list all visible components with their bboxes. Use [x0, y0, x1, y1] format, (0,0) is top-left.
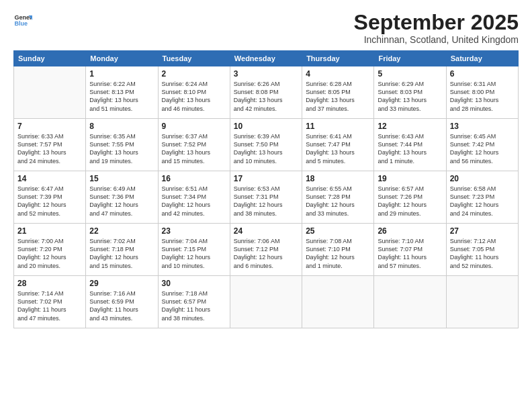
calendar-week-row: 7Sunrise: 6:33 AMSunset: 7:57 PMDaylight…: [14, 119, 519, 171]
day-info: Sunrise: 6:31 AMSunset: 8:00 PMDaylight:…: [450, 80, 515, 113]
table-row: 5Sunrise: 6:29 AMSunset: 8:03 PMDaylight…: [374, 66, 446, 119]
table-row: 17Sunrise: 6:53 AMSunset: 7:31 PMDayligh…: [230, 171, 302, 224]
day-number: 7: [17, 122, 82, 131]
table-row: 6Sunrise: 6:31 AMSunset: 8:00 PMDaylight…: [446, 66, 518, 119]
table-row: 26Sunrise: 7:10 AMSunset: 7:07 PMDayligh…: [374, 224, 446, 276]
day-info: Sunrise: 6:39 AMSunset: 7:50 PMDaylight:…: [234, 132, 298, 165]
col-tuesday: Tuesday: [158, 51, 230, 66]
day-number: 6: [450, 69, 515, 79]
day-info: Sunrise: 6:45 AMSunset: 7:42 PMDaylight:…: [450, 132, 515, 165]
day-info: Sunrise: 6:35 AMSunset: 7:55 PMDaylight:…: [89, 132, 154, 165]
col-sunday: Sunday: [14, 51, 86, 66]
table-row: [374, 276, 446, 328]
day-number: 30: [162, 279, 226, 288]
day-number: 29: [89, 279, 154, 288]
calendar-week-row: 28Sunrise: 7:14 AMSunset: 7:02 PMDayligh…: [14, 276, 519, 328]
day-info: Sunrise: 6:55 AMSunset: 7:28 PMDaylight:…: [306, 185, 370, 218]
svg-text:General: General: [14, 14, 32, 21]
calendar-body: 1Sunrise: 6:22 AMSunset: 8:13 PMDaylight…: [14, 66, 519, 328]
day-number: 4: [306, 69, 370, 79]
month-title: September 2025: [354, 11, 519, 34]
day-number: 2: [162, 69, 226, 79]
table-row: 27Sunrise: 7:12 AMSunset: 7:05 PMDayligh…: [446, 224, 518, 276]
table-row: 14Sunrise: 6:47 AMSunset: 7:39 PMDayligh…: [14, 171, 86, 224]
logo-icon: General Blue: [13, 11, 32, 30]
day-number: 18: [306, 174, 370, 183]
day-info: Sunrise: 6:37 AMSunset: 7:52 PMDaylight:…: [162, 132, 226, 165]
day-number: 24: [234, 226, 298, 236]
day-number: 16: [162, 174, 226, 183]
page: General Blue September 2025 Inchinnan, S…: [0, 0, 532, 411]
header: General Blue September 2025 Inchinnan, S…: [13, 11, 519, 45]
table-row: 10Sunrise: 6:39 AMSunset: 7:50 PMDayligh…: [230, 119, 302, 171]
col-thursday: Thursday: [302, 51, 374, 66]
day-number: 15: [89, 174, 154, 183]
day-number: 3: [234, 69, 298, 79]
table-row: 23Sunrise: 7:04 AMSunset: 7:15 PMDayligh…: [158, 224, 230, 276]
day-number: 1: [89, 69, 154, 79]
day-number: 23: [162, 226, 226, 236]
calendar-week-row: 1Sunrise: 6:22 AMSunset: 8:13 PMDaylight…: [14, 66, 519, 119]
day-info: Sunrise: 6:33 AMSunset: 7:57 PMDaylight:…: [17, 132, 82, 165]
table-row: 1Sunrise: 6:22 AMSunset: 8:13 PMDaylight…: [86, 66, 158, 119]
col-wednesday: Wednesday: [230, 51, 302, 66]
day-number: 19: [378, 174, 442, 183]
calendar-week-row: 21Sunrise: 7:00 AMSunset: 7:20 PMDayligh…: [14, 224, 519, 276]
table-row: 16Sunrise: 6:51 AMSunset: 7:34 PMDayligh…: [158, 171, 230, 224]
day-info: Sunrise: 7:18 AMSunset: 6:57 PMDaylight:…: [162, 289, 226, 322]
table-row: 20Sunrise: 6:58 AMSunset: 7:23 PMDayligh…: [446, 171, 518, 224]
day-number: 28: [17, 279, 82, 288]
day-info: Sunrise: 7:06 AMSunset: 7:12 PMDaylight:…: [234, 237, 298, 270]
day-number: 20: [450, 174, 515, 183]
day-number: 13: [450, 122, 515, 131]
table-row: 22Sunrise: 7:02 AMSunset: 7:18 PMDayligh…: [86, 224, 158, 276]
table-row: 15Sunrise: 6:49 AMSunset: 7:36 PMDayligh…: [86, 171, 158, 224]
day-info: Sunrise: 7:00 AMSunset: 7:20 PMDaylight:…: [17, 237, 82, 270]
day-info: Sunrise: 6:58 AMSunset: 7:23 PMDaylight:…: [450, 185, 515, 218]
table-row: 25Sunrise: 7:08 AMSunset: 7:10 PMDayligh…: [302, 224, 374, 276]
col-saturday: Saturday: [446, 51, 518, 66]
table-row: 2Sunrise: 6:24 AMSunset: 8:10 PMDaylight…: [158, 66, 230, 119]
table-row: [230, 276, 302, 328]
day-info: Sunrise: 7:10 AMSunset: 7:07 PMDaylight:…: [378, 237, 442, 270]
table-row: 12Sunrise: 6:43 AMSunset: 7:44 PMDayligh…: [374, 119, 446, 171]
table-row: 13Sunrise: 6:45 AMSunset: 7:42 PMDayligh…: [446, 119, 518, 171]
table-row: 19Sunrise: 6:57 AMSunset: 7:26 PMDayligh…: [374, 171, 446, 224]
table-row: 21Sunrise: 7:00 AMSunset: 7:20 PMDayligh…: [14, 224, 86, 276]
day-info: Sunrise: 6:41 AMSunset: 7:47 PMDaylight:…: [306, 132, 370, 165]
location: Inchinnan, Scotland, United Kingdom: [354, 34, 519, 45]
day-info: Sunrise: 7:02 AMSunset: 7:18 PMDaylight:…: [89, 237, 154, 270]
title-block: September 2025 Inchinnan, Scotland, Unit…: [354, 11, 519, 45]
day-number: 5: [378, 69, 442, 79]
day-info: Sunrise: 6:57 AMSunset: 7:26 PMDaylight:…: [378, 185, 442, 218]
table-row: 3Sunrise: 6:26 AMSunset: 8:08 PMDaylight…: [230, 66, 302, 119]
logo: General Blue: [13, 11, 32, 30]
day-info: Sunrise: 6:53 AMSunset: 7:31 PMDaylight:…: [234, 185, 298, 218]
table-row: 4Sunrise: 6:28 AMSunset: 8:05 PMDaylight…: [302, 66, 374, 119]
day-info: Sunrise: 6:43 AMSunset: 7:44 PMDaylight:…: [378, 132, 442, 165]
day-number: 12: [378, 122, 442, 131]
table-row: 30Sunrise: 7:18 AMSunset: 6:57 PMDayligh…: [158, 276, 230, 328]
day-info: Sunrise: 7:12 AMSunset: 7:05 PMDaylight:…: [450, 237, 515, 270]
calendar: Sunday Monday Tuesday Wednesday Thursday…: [13, 50, 519, 328]
day-info: Sunrise: 6:22 AMSunset: 8:13 PMDaylight:…: [89, 80, 154, 113]
table-row: [14, 66, 86, 119]
day-info: Sunrise: 6:49 AMSunset: 7:36 PMDaylight:…: [89, 185, 154, 218]
table-row: 8Sunrise: 6:35 AMSunset: 7:55 PMDaylight…: [86, 119, 158, 171]
day-number: 11: [306, 122, 370, 131]
day-info: Sunrise: 6:29 AMSunset: 8:03 PMDaylight:…: [378, 80, 442, 113]
day-number: 10: [234, 122, 298, 131]
table-row: 11Sunrise: 6:41 AMSunset: 7:47 PMDayligh…: [302, 119, 374, 171]
day-info: Sunrise: 7:14 AMSunset: 7:02 PMDaylight:…: [17, 289, 82, 322]
day-number: 26: [378, 226, 442, 236]
table-row: [446, 276, 518, 328]
day-number: 8: [89, 122, 154, 131]
day-number: 25: [306, 226, 370, 236]
day-info: Sunrise: 6:47 AMSunset: 7:39 PMDaylight:…: [17, 185, 82, 218]
table-row: 29Sunrise: 7:16 AMSunset: 6:59 PMDayligh…: [86, 276, 158, 328]
day-info: Sunrise: 6:51 AMSunset: 7:34 PMDaylight:…: [162, 185, 226, 218]
calendar-header-row: Sunday Monday Tuesday Wednesday Thursday…: [14, 51, 519, 66]
day-number: 22: [89, 226, 154, 236]
day-info: Sunrise: 7:04 AMSunset: 7:15 PMDaylight:…: [162, 237, 226, 270]
col-monday: Monday: [86, 51, 158, 66]
